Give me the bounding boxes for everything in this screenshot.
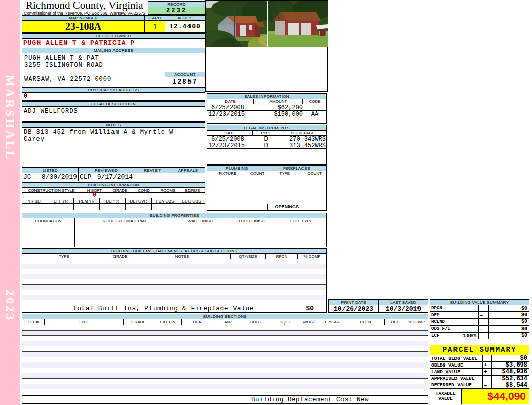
empty-row[interactable] [22, 384, 428, 390]
empty-row[interactable] [22, 325, 428, 331]
sales-row[interactable]: 12/23/2015 $150,000 AA [207, 111, 326, 117]
vendor-label: MARSHALL [3, 75, 17, 161]
bs-col-rpcn: RPCN [347, 319, 385, 325]
sales-information-header: SALES INFORMATION [207, 94, 326, 99]
bvs-value: $0 [488, 312, 529, 318]
empty-row[interactable] [22, 285, 326, 290]
empty-row[interactable] [22, 357, 428, 363]
deeded-owner-value[interactable]: PUGH ALLEN T & PATRICIA P [22, 38, 205, 47]
parcel-operator: + [483, 369, 491, 375]
property-photo-1[interactable] [206, 1, 267, 47]
bvs-value: $0 [488, 305, 529, 311]
sales-row[interactable]: 6/25/2008 $62,200 [207, 104, 326, 111]
empty-row[interactable] [22, 264, 326, 269]
year-vendor-sidebar: MARSHALL 2023 [0, 0, 20, 405]
fireplace-cell[interactable] [267, 190, 327, 197]
empty-row[interactable] [22, 290, 326, 295]
grade-value[interactable] [108, 193, 132, 198]
empty-row[interactable] [22, 368, 428, 374]
notes-box[interactable]: DB 313-452 from William A & Myrtle W Car… [22, 127, 205, 168]
empty-row[interactable] [22, 346, 428, 352]
record-value[interactable]: 2232 [148, 7, 205, 15]
empty-row[interactable] [22, 352, 428, 357]
bs-col-whgt: WHGT [300, 319, 318, 325]
parcel-operator [483, 376, 491, 382]
legal-description-value: ADJ WELLFORDS [22, 107, 205, 115]
bs-col-shgt: SHGT [242, 319, 270, 325]
bdrms-value[interactable] [180, 193, 205, 198]
account-value[interactable]: 12857 [165, 77, 205, 87]
rem-yr-value[interactable] [74, 204, 100, 210]
legal-instrument-row[interactable]: 6/25/2008 D 270 343WRS [207, 136, 326, 142]
foundation-value[interactable] [22, 223, 75, 247]
dep-pct-value[interactable] [100, 204, 126, 210]
roof-value[interactable] [75, 223, 175, 247]
plumbing-cell[interactable] [207, 197, 267, 204]
parcel-operator: – [483, 382, 491, 388]
bs-col-extfin: EXT FIN [154, 319, 182, 325]
fireplace-cell[interactable] [267, 197, 327, 204]
plumbing-cell[interactable] [207, 190, 267, 197]
sales-information-table: SALES INFORMATION DATE AMOUNT CODE 6/25/… [207, 93, 327, 124]
bs-col-dep: DEP [385, 319, 406, 325]
construction-style-value[interactable] [22, 193, 81, 198]
legal-description-box[interactable]: ADJ WELLFORDS [22, 106, 205, 122]
empty-row[interactable] [22, 279, 326, 285]
fun-obs-value[interactable] [152, 204, 178, 210]
parcel-value: $52,634 [491, 376, 529, 382]
revisit-value[interactable] [134, 173, 171, 181]
yr-blt-value[interactable] [22, 204, 48, 210]
plumbing-cell[interactable] [207, 183, 267, 190]
building-sections-rows[interactable] [22, 325, 428, 395]
bvs-row: LCF100%$0 [430, 333, 529, 339]
last-saved-header: LAST SAVED [379, 300, 428, 305]
bvs-label: OBS F/E [431, 326, 450, 331]
fuel-type-value[interactable] [276, 223, 326, 247]
bi-col-notes: NOTES [134, 254, 231, 259]
bi-col-grade: GRADE [106, 254, 134, 259]
empty-row[interactable] [22, 331, 428, 336]
empty-row[interactable] [22, 362, 428, 368]
building-sections-footer-row: Building Replacement Cost New [22, 395, 428, 404]
empty-row[interactable] [22, 274, 326, 279]
built-ins-rows[interactable] [22, 259, 327, 304]
physical-address-value[interactable]: 0 [22, 92, 205, 101]
map-number-value[interactable]: 23-108A [22, 20, 145, 33]
print-date-header: PRINT DATE [329, 300, 379, 305]
floor-finish-value[interactable] [225, 223, 276, 247]
last-saved-value: 10/3/2019 [379, 305, 428, 312]
listed-value[interactable]: JC8/30/2019 [22, 173, 79, 181]
bvs-header: BUILDING VALUE SUMMARY [430, 300, 529, 305]
wall-finish-value[interactable] [175, 223, 225, 247]
empty-row[interactable] [22, 379, 428, 384]
reviewed-value[interactable]: CLP9/17/2014 [79, 173, 134, 181]
legal-instrument-row[interactable]: 12/23/2015 D 313 452WRS [207, 142, 326, 149]
acres-value[interactable]: 12.4400 [165, 20, 205, 33]
eff-yr-value[interactable] [48, 204, 74, 210]
openings-value[interactable] [307, 204, 326, 210]
empty-row[interactable] [22, 295, 326, 300]
empty-row[interactable] [22, 269, 326, 274]
bvs-operator: – [479, 326, 488, 332]
fireplace-cell[interactable] [267, 176, 327, 183]
mailing-line-1: PUGH ALLEN T & PAT [24, 55, 99, 62]
rooms-value[interactable] [156, 193, 180, 198]
empty-row[interactable] [22, 341, 428, 347]
depovr-value[interactable] [126, 204, 152, 210]
print-info-box: PRINT DATE LAST SAVED 10/26/2023 10/3/20… [328, 299, 428, 313]
appeals-value[interactable] [171, 173, 205, 181]
openings-label: OPENINGS [267, 204, 308, 210]
plumbing-cell[interactable] [207, 176, 267, 183]
empty-row[interactable] [22, 336, 428, 341]
eco-obs-value[interactable] [178, 204, 205, 210]
cond-value[interactable] [132, 193, 156, 198]
bvs-row: RPCN$0 [430, 305, 529, 312]
card-value[interactable]: 1 [144, 20, 165, 33]
col-fixture: FIXTURE [207, 171, 248, 176]
col-fireplace-type: TYPE [267, 171, 302, 176]
empty-row[interactable] [22, 373, 428, 379]
empty-row[interactable] [22, 259, 326, 264]
hsqft-value[interactable]: 0 [81, 193, 108, 198]
fireplace-cell[interactable] [267, 183, 327, 190]
property-photo-2[interactable] [268, 1, 328, 47]
